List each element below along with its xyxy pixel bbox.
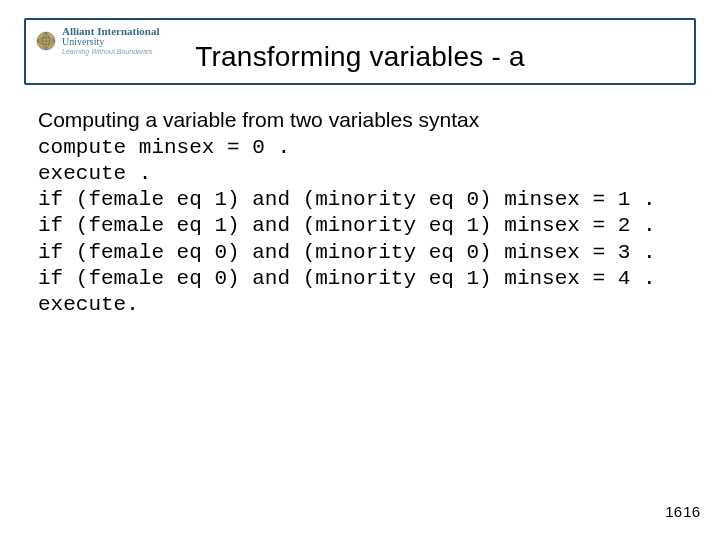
code-line: if (female eq 1) and (minority eq 1) min… — [38, 213, 682, 239]
slide: Alliant International University Learnin… — [0, 0, 720, 540]
page-number: 16 — [665, 503, 682, 520]
header-box: Alliant International University Learnin… — [24, 18, 696, 85]
page-number: 16 — [683, 503, 700, 520]
body-heading: Computing a variable from two variables … — [38, 107, 682, 133]
code-line: execute . — [38, 161, 682, 187]
slide-body: Computing a variable from two variables … — [24, 103, 696, 322]
code-line: execute. — [38, 292, 682, 318]
brand-text: Alliant International University Learnin… — [62, 26, 159, 55]
brand-name-bottom: University — [62, 37, 159, 47]
code-line: compute minsex = 0 . — [38, 135, 682, 161]
brand-tagline: Learning Without Boundaries — [62, 48, 159, 55]
code-line: if (female eq 1) and (minority eq 0) min… — [38, 187, 682, 213]
code-line: if (female eq 0) and (minority eq 1) min… — [38, 266, 682, 292]
globe-icon — [36, 31, 56, 51]
code-line: if (female eq 0) and (minority eq 0) min… — [38, 240, 682, 266]
